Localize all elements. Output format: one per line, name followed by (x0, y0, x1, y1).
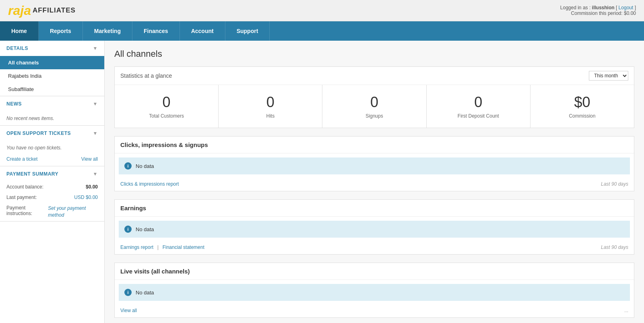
sidebar-support-title: OPEN SUPPORT TICKETS (6, 130, 71, 136)
support-links: Create a ticket View all (0, 155, 104, 166)
commission-label: Commission (535, 113, 630, 119)
statistics-section: Statistics at a glance This month Last m… (114, 66, 634, 128)
earnings-no-data-bar: i No data (119, 221, 630, 238)
earnings-panel-footer: Earnings report | Financial statement La… (115, 242, 634, 254)
live-visits-section: Live visits (all channels) i No data Vie… (114, 263, 634, 318)
account-balance-label: Account balance: (6, 184, 43, 190)
nav-home[interactable]: Home (0, 21, 39, 41)
nav-marketing[interactable]: Marketing (83, 21, 132, 41)
clicks-panel-footer: Clicks & impressions report Last 90 days (115, 178, 634, 191)
first-deposit-value: 0 (431, 94, 526, 111)
sidebar-details-header[interactable]: DETAILS ▼ (0, 41, 104, 56)
nav-finances[interactable]: Finances (132, 21, 180, 41)
financial-statement-link[interactable]: Financial statement (163, 244, 204, 250)
stat-card-first-deposit: 0 First Deposit Count (427, 85, 530, 128)
info-icon: i (124, 162, 132, 170)
user-info: Logged in as : illusshion [ Logout ] Com… (560, 5, 636, 16)
first-deposit-label: First Deposit Count (431, 113, 526, 119)
sidebar-news-section: NEWS ▼ No recent news items. (0, 96, 104, 126)
live-visits-view-all-link[interactable]: View all (120, 308, 137, 313)
commission-line: Commission this period: $0.00 (560, 10, 636, 16)
page-title: All channels (114, 49, 634, 59)
chevron-down-icon: ▼ (93, 171, 98, 177)
stat-card-signups: 0 Signups (322, 85, 426, 128)
period-select[interactable]: This month Last month This year (589, 71, 628, 81)
view-all-tickets-link[interactable]: View all (81, 156, 98, 162)
sidebar-support-section: OPEN SUPPORT TICKETS ▼ You have no open … (0, 126, 104, 166)
last-payment-label: Last payment: (6, 195, 37, 200)
live-visits-dots: ... (624, 308, 628, 313)
live-visits-no-data-bar: i No data (119, 284, 630, 301)
clicks-panel-links: Clicks & impressions report (120, 181, 179, 187)
clicks-impressions-report-link[interactable]: Clicks & impressions report (120, 181, 179, 187)
signups-value: 0 (326, 94, 422, 111)
last-payment-value[interactable]: USD $0.00 (74, 195, 98, 200)
no-news-text: No recent news items. (0, 112, 104, 125)
live-visits-panel-links: View all (120, 307, 137, 313)
main-layout: DETAILS ▼ All channels Rajabets India Su… (0, 41, 644, 323)
clicks-no-data-bar: i No data (119, 157, 630, 174)
live-visits-panel-title: Live visits (all channels) (115, 263, 634, 280)
create-ticket-link[interactable]: Create a ticket (6, 156, 37, 162)
live-visits-panel-footer: View all ... (115, 305, 634, 317)
total-customers-value: 0 (119, 94, 214, 111)
stats-header: Statistics at a glance This month Last m… (115, 67, 634, 85)
chevron-down-icon: ▼ (93, 46, 98, 51)
info-icon: i (124, 226, 132, 233)
logo: raja AFFILIATES (8, 4, 76, 17)
payment-instructions-label: Payment instructions: (6, 205, 48, 219)
sidebar-details-title: DETAILS (6, 46, 28, 51)
stat-card-commission: $0 Commission (530, 85, 634, 128)
earnings-panel-links: Earnings report | Financial statement (120, 244, 204, 250)
clicks-no-data-text: No data (136, 163, 154, 169)
earnings-report-link[interactable]: Earnings report (120, 244, 153, 250)
sidebar-item-all-channels[interactable]: All channels (0, 56, 104, 69)
logo-affiliates-text: AFFILIATES (33, 6, 76, 14)
chevron-down-icon: ▼ (93, 101, 98, 107)
clicks-panel-title: Clicks, impressions & signups (115, 137, 634, 153)
sidebar-payment-title: PAYMENT SUMMARY (6, 171, 58, 177)
earnings-section: Earnings i No data Earnings report | Fin… (114, 199, 634, 255)
stats-cards: 0 Total Customers 0 Hits 0 Signups 0 Fir… (115, 85, 634, 128)
sidebar: DETAILS ▼ All channels Rajabets India Su… (0, 41, 105, 323)
sidebar-item-rajabets-india[interactable]: Rajabets India (0, 69, 104, 83)
live-visits-no-data-text: No data (136, 290, 154, 296)
sidebar-item-subaffiliate[interactable]: Subaffiliate (0, 83, 104, 96)
sidebar-news-title: NEWS (6, 101, 22, 107)
account-balance-value: $0.00 (86, 184, 98, 190)
sidebar-payment-header[interactable]: PAYMENT SUMMARY ▼ (0, 166, 104, 182)
set-payment-method-link[interactable]: Set your payment method (48, 205, 98, 219)
nav-account[interactable]: Account (180, 21, 225, 41)
main-nav: Home Reports Marketing Finances Account … (0, 21, 644, 41)
earnings-no-data-text: No data (136, 226, 154, 232)
page-header: raja AFFILIATES Logged in as : illusshio… (0, 0, 644, 21)
hits-value: 0 (223, 94, 318, 111)
commission-value: $0.00 (624, 10, 636, 16)
chevron-down-icon: ▼ (93, 130, 98, 136)
last-payment-row: Last payment: USD $0.00 (0, 192, 104, 203)
earnings-time-range: Last 90 days (601, 244, 628, 250)
sidebar-support-header[interactable]: OPEN SUPPORT TICKETS ▼ (0, 126, 104, 141)
logout-link[interactable]: Logout (619, 5, 634, 10)
signups-label: Signups (326, 113, 422, 119)
main-content: All channels Statistics at a glance This… (105, 41, 644, 323)
clicks-time-range: Last 90 days (601, 181, 628, 187)
sidebar-news-header[interactable]: NEWS ▼ (0, 96, 104, 112)
info-icon: i (124, 289, 132, 296)
logged-in-text: Logged in as : (560, 5, 590, 10)
sidebar-payment-section: PAYMENT SUMMARY ▼ Account balance: $0.00… (0, 166, 104, 222)
username: illusshion (592, 5, 615, 10)
commission-label: Commission this period: (571, 10, 623, 16)
stat-card-total-customers: 0 Total Customers (115, 85, 219, 128)
nav-reports[interactable]: Reports (39, 21, 83, 41)
commission-value: $0 (535, 94, 630, 111)
clicks-section: Clicks, impressions & signups i No data … (114, 136, 634, 191)
hits-label: Hits (223, 113, 318, 119)
nav-support[interactable]: Support (225, 21, 270, 41)
account-balance-row: Account balance: $0.00 (0, 182, 104, 192)
stat-card-hits: 0 Hits (219, 85, 322, 128)
total-customers-label: Total Customers (119, 113, 214, 119)
sidebar-details-section: DETAILS ▼ All channels Rajabets India Su… (0, 41, 104, 96)
stats-header-title: Statistics at a glance (120, 72, 172, 79)
payment-instructions-row: Payment instructions: Set your payment m… (0, 203, 104, 221)
